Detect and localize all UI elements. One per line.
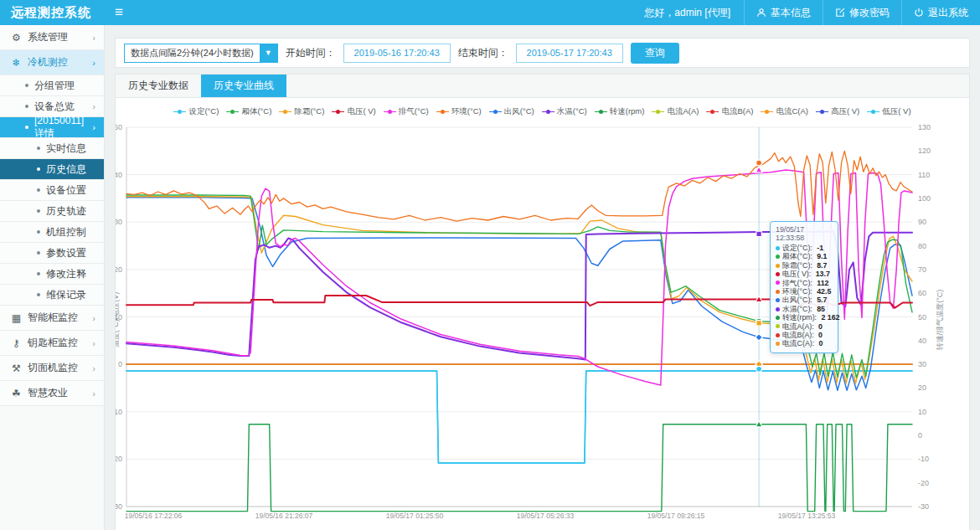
user-greeting: 您好，admin [代理]	[631, 0, 744, 25]
topbar-menu-label: 退出系统	[928, 6, 968, 20]
series-line-ambient	[126, 151, 912, 221]
tooltip-series-name: 水温(°C):	[782, 305, 814, 313]
query-button[interactable]: 查询	[631, 43, 679, 64]
topbar-menu-change-password[interactable]: 修改密码	[823, 0, 901, 25]
tooltip-dot-icon	[776, 290, 780, 294]
legend-marker-icon	[226, 109, 239, 115]
marker-water-temp	[756, 231, 761, 236]
sidebar: ⚙系统管理›❄冷机测控›分组管理设备总览›[20150011]详情›实时信息历史…	[0, 25, 105, 530]
legend-item-low-pressure[interactable]: 低压( V)	[867, 106, 910, 117]
tooltip-series-value: 0	[818, 331, 823, 339]
chart-tooltip: 19/05/17 12:33:58 设定(°C): -1厢体(°C): 9.1除…	[770, 221, 838, 353]
tooltip-dot-icon	[776, 246, 780, 250]
y-right-tick: -20	[918, 479, 929, 487]
tooltip-dot-icon	[776, 280, 780, 285]
y-left-tick: 50	[116, 123, 122, 131]
y-right-tick: -30	[918, 502, 929, 511]
bullet-icon	[25, 126, 28, 129]
y-right-tick: 30	[918, 360, 926, 368]
tooltip-row: 水温(°C): 85	[776, 305, 833, 313]
bullet-icon	[37, 209, 40, 213]
tab-history-data[interactable]: 历史专业数据	[116, 75, 201, 97]
sidebar-item-device-detail[interactable]: [20150011]详情›	[0, 117, 104, 138]
interval-select-value: 数据点间隔2分钟(24小时数据)	[125, 44, 260, 62]
sidebar-item-device-location[interactable]: 设备位置	[0, 180, 104, 201]
bullet-icon	[37, 293, 40, 296]
tooltip-series-value: 0	[818, 322, 823, 331]
y-right-tick: 130	[918, 123, 931, 131]
legend-item-ambient[interactable]: 环境(°C)	[436, 106, 482, 117]
legend-item-water-temp[interactable]: 水温(°C)	[542, 106, 587, 117]
sidebar-item-smart-agriculture[interactable]: ☘智慧农业›	[0, 381, 104, 406]
y-right-tick: 120	[918, 147, 931, 155]
legend-item-current-c[interactable]: 电流C(A)	[761, 106, 808, 117]
y-right-tick: 60	[918, 289, 926, 297]
tab-history-curve[interactable]: 历史专业曲线	[201, 75, 286, 97]
sidebar-item-unit-control[interactable]: 机组控制	[0, 222, 104, 243]
sidebar-item-label: 系统管理	[28, 30, 68, 44]
sidebar-item-key-cabinet[interactable]: ⚷钥匙柜监控›	[0, 331, 104, 356]
sidebar-item-edit-note[interactable]: 修改注释	[0, 264, 104, 285]
legend-item-box-temp[interactable]: 厢体(°C)	[226, 106, 271, 117]
app-title: 远程测控系统	[0, 0, 105, 25]
x-tick-label: 19/05/16 17:22:06	[125, 512, 183, 520]
legend-label: 除霜(°C)	[294, 106, 324, 117]
chevron-right-icon: ›	[92, 58, 95, 68]
tooltip-row: 出风(°C): 5.7	[776, 296, 833, 304]
legend-item-rpm[interactable]: 转速(rpm)	[595, 106, 645, 117]
sidebar-item-cooler-monitoring[interactable]: ❄冷机测控›	[0, 50, 104, 75]
tooltip-row: 电压( V): 13.7	[776, 270, 833, 278]
tooltip-dot-icon	[776, 298, 780, 302]
machine-icon: ⚒	[11, 363, 22, 374]
legend-item-defrost[interactable]: 除霜(°C)	[279, 106, 324, 117]
tooltip-row: 电流C(A): 0	[776, 339, 833, 347]
tooltip-row: 设定(°C): -1	[776, 244, 833, 252]
sidebar-item-history-track[interactable]: 历史轨迹	[0, 201, 104, 222]
start-time-input[interactable]	[343, 44, 451, 63]
y-right-tick: 80	[918, 242, 926, 250]
sidebar-item-history-info[interactable]: 历史信息	[0, 159, 104, 180]
sidebar-item-label: 修改注释	[46, 267, 86, 281]
y-right-tick: 100	[918, 194, 931, 203]
filter-bar: 数据点间隔2分钟(24小时数据) ▼ 开始时间： 结束时间： 查询	[115, 38, 970, 68]
legend-label: 高压( V)	[831, 106, 859, 117]
topbar-menu-user-info[interactable]: 基本信息	[744, 0, 823, 25]
chevron-down-icon[interactable]: ▼	[260, 44, 277, 62]
legend-item-current-b[interactable]: 电流B(A)	[706, 106, 753, 117]
sidebar-item-realtime-info[interactable]: 实时信息	[0, 138, 104, 159]
legend-label: 出风(°C)	[504, 106, 534, 117]
end-time-input[interactable]	[516, 44, 623, 63]
y-right-tick: 10	[918, 408, 926, 416]
legend-item-exhaust[interactable]: 排气(°C)	[384, 106, 429, 117]
main-content: 数据点间隔2分钟(24小时数据) ▼ 开始时间： 结束时间： 查询 历史专业数据…	[105, 25, 980, 530]
chart-canvas[interactable]: 50403020100-10-20-3013012011010090807060…	[116, 119, 971, 530]
legend-item-voltage[interactable]: 电压( V)	[332, 106, 375, 117]
tooltip-series-value: 112	[817, 279, 828, 287]
sidebar-item-label: 历史信息	[46, 162, 86, 177]
sidebar-item-system-management[interactable]: ⚙系统管理›	[0, 25, 104, 50]
marker-ambient	[756, 160, 762, 166]
chevron-right-icon: ›	[92, 338, 95, 348]
legend-item-setpoint[interactable]: 设定(°C)	[173, 106, 219, 117]
y-right-tick: 50	[918, 313, 926, 322]
sidebar-item-cutting-machine[interactable]: ⚒切面机监控›	[0, 356, 104, 381]
legend-label: 电流B(A)	[721, 106, 753, 117]
sidebar-item-maintenance-record[interactable]: 维保记录	[0, 285, 104, 306]
tooltip-series-value: 42.5	[817, 287, 831, 296]
tooltip-series-name: 电流B(A):	[782, 331, 816, 339]
topbar-menu-logout[interactable]: 退出系统	[901, 0, 980, 25]
legend-item-high-pressure[interactable]: 高压( V)	[816, 106, 859, 117]
legend-label: 电流C(A)	[776, 106, 808, 117]
legend-item-current-a[interactable]: 电流A(A)	[652, 106, 699, 117]
sidebar-item-smart-cabinet[interactable]: ▦智能柜监控›	[0, 306, 104, 331]
legend-marker-icon	[761, 109, 773, 115]
legend-marker-icon	[706, 109, 719, 115]
legend-item-outlet-air[interactable]: 出风(°C)	[489, 106, 534, 117]
sidebar-item-parameter-setting[interactable]: 参数设置	[0, 243, 104, 264]
hamburger-icon[interactable]: ≡	[105, 4, 133, 21]
sidebar-item-label: 切面机监控	[28, 361, 78, 375]
sidebar-item-group-management[interactable]: 分组管理	[0, 75, 104, 96]
sidebar-item-label: 维保记录	[46, 288, 86, 302]
tooltip-row: 排气(°C): 112	[776, 279, 833, 287]
interval-select[interactable]: 数据点间隔2分钟(24小时数据) ▼	[124, 44, 278, 63]
